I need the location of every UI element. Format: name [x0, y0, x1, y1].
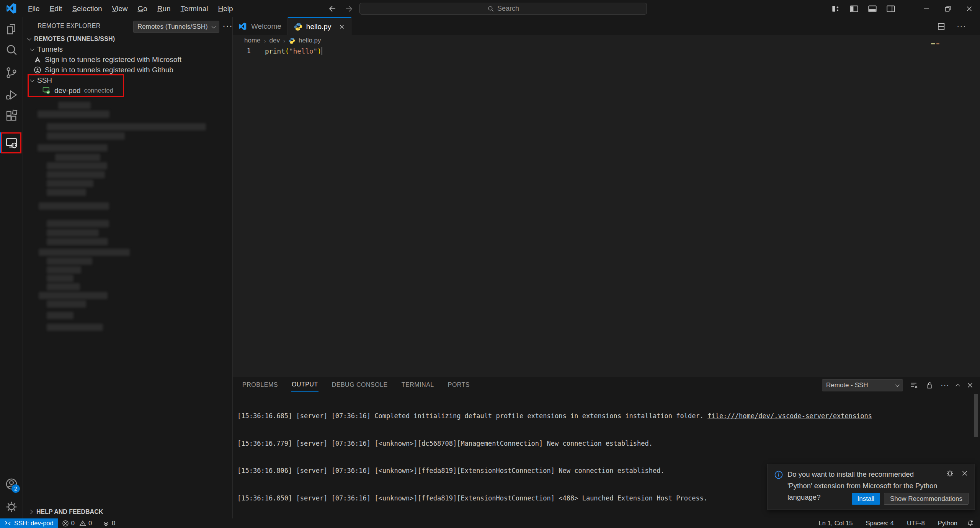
redacted-item: [39, 202, 109, 210]
minimize-button[interactable]: [916, 0, 937, 17]
breadcrumb-separator: ›: [264, 37, 266, 44]
menu-go[interactable]: Go: [132, 0, 152, 17]
notification-close-icon[interactable]: [961, 469, 969, 477]
explorer-icon[interactable]: [5, 23, 18, 36]
ports-count: 0: [112, 520, 115, 527]
azure-icon: [34, 56, 41, 64]
notifications-bell-icon[interactable]: [967, 520, 974, 527]
minimap: [936, 43, 939, 44]
menu-file[interactable]: File: [23, 0, 45, 17]
redacted-item: [47, 123, 206, 130]
editor-more-actions[interactable]: ···: [957, 21, 966, 31]
restore-button[interactable]: [937, 0, 959, 17]
redacted-item: [47, 229, 99, 236]
notification-gear-icon[interactable]: [946, 469, 954, 477]
breadcrumb-file[interactable]: hello.py: [299, 37, 321, 44]
panel-tab-problems[interactable]: PROBLEMS: [242, 378, 278, 392]
menu-terminal[interactable]: Terminal: [176, 0, 213, 17]
tree-item-tunnels[interactable]: Tunnels: [23, 44, 233, 54]
search-placeholder: Search: [497, 5, 519, 13]
chevron-right-icon: [28, 510, 33, 514]
sidebar-title: REMOTE EXPLORER: [38, 23, 101, 29]
toggle-primary-sidebar-icon[interactable]: [849, 4, 859, 14]
output-channel-dropdown[interactable]: Remote - SSH: [822, 379, 903, 391]
search-view-icon[interactable]: [5, 43, 18, 56]
vscode-logo-icon: [6, 3, 18, 14]
clear-output-icon[interactable]: [910, 381, 918, 389]
error-count: 0: [71, 520, 75, 527]
redacted-item: [47, 162, 107, 169]
log-file-link[interactable]: file:///home/dev/.vscode-server/extensio…: [707, 412, 872, 420]
customize-layout-icon[interactable]: [831, 4, 841, 14]
redacted-item: [47, 257, 92, 265]
error-icon: [62, 520, 69, 527]
menu-view[interactable]: View: [107, 0, 133, 17]
search-input[interactable]: Search: [359, 3, 647, 15]
panel-more-actions[interactable]: ···: [941, 381, 949, 389]
section-remotes[interactable]: REMOTES (TUNNELS/SSH): [23, 34, 233, 44]
panel-tab-terminal[interactable]: TERMINAL: [401, 378, 434, 392]
close-panel-icon[interactable]: [966, 381, 974, 389]
remote-icon: [5, 520, 11, 526]
warning-icon: [79, 520, 86, 527]
remotes-scope-label: Remotes (Tunnels/SSH): [137, 23, 212, 31]
tab-welcome-label: Welcome: [251, 22, 281, 31]
extensions-icon[interactable]: [5, 109, 18, 122]
help-and-feedback-section[interactable]: HELP AND FEEDBACK: [23, 506, 233, 518]
tree-item-signin-github[interactable]: Sign in to tunnels registered with Githu…: [23, 65, 233, 75]
signin-microsoft-label: Sign in to tunnels registered with Micro…: [45, 55, 181, 64]
close-tab-icon[interactable]: [339, 24, 345, 30]
show-recommendations-button[interactable]: Show Recommendations: [884, 493, 969, 505]
redacted-item: [47, 220, 109, 227]
tab-welcome[interactable]: Welcome: [233, 17, 288, 35]
breadcrumb: home › dev › hello.py: [233, 35, 980, 46]
install-button[interactable]: Install: [852, 493, 880, 505]
warning-count: 0: [88, 520, 92, 527]
redacted-item: [47, 238, 108, 245]
menu-selection[interactable]: Selection: [67, 0, 107, 17]
panel-tab-debug-console[interactable]: DEBUG CONSOLE: [332, 378, 388, 392]
redacted-item: [47, 300, 86, 308]
account-badge: 2: [11, 484, 20, 493]
redacted-item: [47, 324, 103, 331]
encoding-status[interactable]: UTF-8: [903, 520, 929, 527]
notification-toast: Do you want to install the recommended '…: [768, 464, 975, 510]
help-and-feedback-label: HELP AND FEEDBACK: [36, 508, 103, 515]
panel-tab-output[interactable]: OUTPUT: [291, 378, 318, 392]
radio-tower-icon: [103, 520, 109, 527]
remotes-scope-dropdown[interactable]: Remotes (Tunnels/SSH): [133, 21, 219, 33]
breadcrumb-dev[interactable]: dev: [270, 37, 280, 44]
language-mode[interactable]: Python: [934, 520, 961, 527]
settings-gear-icon[interactable]: [5, 500, 18, 513]
panel-scrollbar[interactable]: [974, 394, 978, 437]
panel-tab-ports[interactable]: PORTS: [448, 378, 470, 392]
signin-github-label: Sign in to tunnels registered with Githu…: [45, 66, 173, 74]
redacted-item: [47, 171, 105, 178]
menu-help[interactable]: Help: [213, 0, 238, 17]
sidebar-more-actions[interactable]: ···: [222, 20, 233, 31]
toggle-panel-icon[interactable]: [867, 4, 877, 14]
log-line: [15:36:16.779] [server] [07:36:16] [<unk…: [237, 439, 976, 448]
indentation-status[interactable]: Spaces: 4: [862, 520, 897, 527]
split-editor-icon[interactable]: [937, 22, 946, 31]
back-arrow-icon[interactable]: [327, 4, 336, 13]
redacted-item: [47, 275, 74, 282]
tab-hello-py[interactable]: hello.py: [288, 17, 352, 35]
source-control-icon[interactable]: [5, 66, 18, 79]
run-debug-icon[interactable]: [5, 88, 18, 101]
breadcrumb-home[interactable]: home: [244, 37, 261, 44]
redacted-item: [39, 249, 130, 256]
menu-edit[interactable]: Edit: [45, 0, 67, 17]
menu-run[interactable]: Run: [152, 0, 176, 17]
toggle-secondary-sidebar-icon[interactable]: [886, 4, 896, 14]
unlock-icon[interactable]: [925, 381, 934, 389]
ports-status[interactable]: 0: [99, 520, 119, 527]
code-editor[interactable]: 1 print("hello"): [233, 46, 980, 377]
cursor-position[interactable]: Ln 1, Col 15: [815, 520, 857, 527]
tree-item-signin-microsoft[interactable]: Sign in to tunnels registered with Micro…: [23, 54, 233, 65]
forward-arrow-icon[interactable]: [345, 4, 354, 13]
problems-status[interactable]: 0 0: [58, 520, 96, 527]
maximize-panel-icon[interactable]: [956, 384, 960, 388]
close-window-button[interactable]: [959, 0, 980, 17]
remote-indicator[interactable]: SSH: dev-pod: [0, 518, 58, 528]
